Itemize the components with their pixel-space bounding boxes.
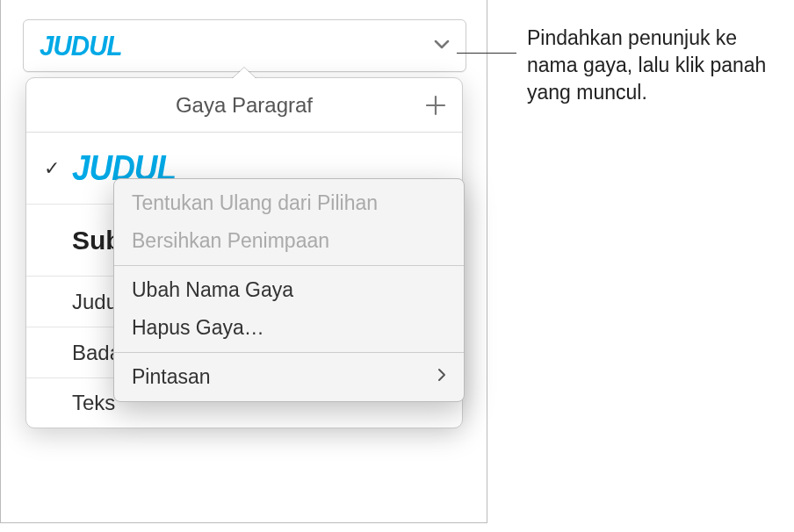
popover-header: Gaya Paragraf	[26, 78, 462, 133]
menu-divider	[114, 265, 464, 266]
style-label: Teks	[72, 391, 115, 415]
menu-label: Bersihkan Penimpaan	[132, 229, 329, 253]
menu-label: Hapus Gaya…	[132, 316, 264, 340]
menu-label: Tentukan Ulang dari Pilihan	[132, 191, 378, 215]
menu-label: Ubah Nama Gaya	[132, 278, 293, 302]
menu-label: Pintasan	[132, 365, 211, 389]
menu-redefine: Tentukan Ulang dari Pilihan	[114, 184, 464, 222]
paragraph-style-selector[interactable]: JUDUL	[23, 19, 466, 72]
callout-leader-line	[457, 53, 516, 54]
chevron-right-icon	[437, 368, 446, 386]
menu-clear-override: Bersihkan Penimpaan	[114, 222, 464, 260]
current-style-label: JUDUL	[40, 30, 122, 62]
plus-icon	[423, 93, 448, 118]
chevron-down-icon	[434, 38, 450, 54]
add-style-button[interactable]	[423, 93, 448, 118]
callout-text: Pindahkan penunjuk ke nama gaya, lalu kl…	[527, 25, 782, 106]
inspector-panel: JUDUL Gaya Paragraf ✓ JUDUL Subjudul	[0, 0, 487, 523]
popover-title: Gaya Paragraf	[176, 93, 313, 118]
style-context-menu: Tentukan Ulang dari Pilihan Bersihkan Pe…	[113, 178, 465, 402]
checkmark-icon: ✓	[44, 157, 61, 180]
menu-shortcut[interactable]: Pintasan	[114, 358, 464, 396]
menu-delete[interactable]: Hapus Gaya…	[114, 309, 464, 347]
menu-divider	[114, 352, 464, 353]
menu-rename[interactable]: Ubah Nama Gaya	[114, 271, 464, 309]
